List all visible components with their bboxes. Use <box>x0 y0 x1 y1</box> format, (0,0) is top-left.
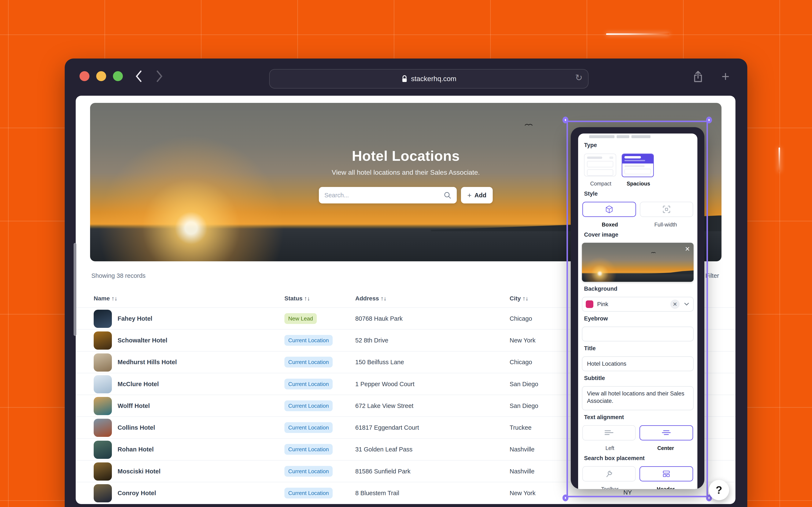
hotel-name: Mosciski Hotel <box>117 468 160 475</box>
type-option-spacious[interactable] <box>622 154 654 177</box>
column-header-status[interactable]: Status↑↓ <box>285 295 303 302</box>
reload-icon[interactable]: ↻ <box>575 72 582 83</box>
hotel-city: Nashville <box>510 468 535 475</box>
text-alignment-section-label: Text alignment <box>584 414 694 420</box>
status-cell: Current Location <box>285 422 333 433</box>
status-badge: Current Location <box>285 488 333 499</box>
hotel-thumbnail <box>94 441 112 459</box>
remove-cover-icon[interactable]: × <box>685 244 690 253</box>
column-header-address[interactable]: Address↑↓ <box>355 295 379 302</box>
hotel-thumbnail <box>94 375 112 393</box>
status-cell: Current Location <box>285 400 333 411</box>
back-icon[interactable] <box>132 69 146 83</box>
alignment-option-center[interactable] <box>640 425 693 441</box>
column-header-name[interactable]: Name↑↓ <box>94 295 110 302</box>
eyebrow-input[interactable] <box>582 327 694 341</box>
style-option-label-fullwidth[interactable]: Full-width <box>638 222 694 228</box>
hotel-address: 672 Lake View Street <box>355 402 413 409</box>
zoom-window-button[interactable] <box>113 71 123 81</box>
hotel-city: Truckee <box>510 424 531 431</box>
decorative-streak-vertical <box>778 148 780 172</box>
clear-background-icon[interactable]: ✕ <box>670 299 679 309</box>
type-option-label-compact[interactable]: Compact <box>582 181 620 187</box>
vertical-scrollbar[interactable] <box>73 243 77 336</box>
placement-option-label-header[interactable]: Header <box>638 486 694 489</box>
window-controls <box>80 71 123 81</box>
sort-icon: ↑↓ <box>111 295 117 302</box>
type-section-label: Type <box>584 142 694 149</box>
background-select[interactable]: Pink ✕ <box>582 297 694 312</box>
type-option-compact[interactable] <box>584 154 616 176</box>
widget-settings-panel: Type Compact Spacious Style <box>571 127 704 489</box>
status-cell: Current Location <box>285 488 333 499</box>
add-record-button[interactable]: + Add <box>461 187 493 204</box>
hotel-address: 150 Beilfuss Lane <box>355 359 404 366</box>
placement-option-label-toolbar[interactable]: Toolbar <box>582 486 638 489</box>
hotel-city: Chicago <box>510 315 532 322</box>
alignment-option-left[interactable] <box>582 425 636 441</box>
add-button-label: Add <box>474 192 486 199</box>
status-badge: Current Location <box>285 357 333 368</box>
background-section-label: Background <box>584 286 694 292</box>
hotel-thumbnail <box>94 397 112 415</box>
search-input[interactable]: Search... <box>319 187 457 204</box>
column-header-city[interactable]: City↑↓ <box>510 295 521 302</box>
clipped-scrolled-content <box>589 135 692 138</box>
minimize-window-button[interactable] <box>96 71 106 81</box>
hotel-address: 8 Bluestem Trail <box>355 490 399 497</box>
status-badge: Current Location <box>285 466 333 476</box>
hotel-name: Conroy Hotel <box>117 490 156 497</box>
status-badge: Current Location <box>285 379 333 389</box>
hotel-thumbnail <box>94 331 112 350</box>
align-center-icon <box>661 430 671 436</box>
hotel-address: 52 8th Drive <box>355 337 388 344</box>
status-badge: Current Location <box>285 422 333 433</box>
filter-button[interactable]: Filter <box>705 272 719 279</box>
subtitle-section-label: Subtitle <box>584 375 694 382</box>
type-option-label-spacious[interactable]: Spacious <box>620 181 657 187</box>
address-bar[interactable]: stackerhq.com ↻ <box>269 69 589 89</box>
hotel-address: 80768 Hauk Park <box>355 315 403 322</box>
title-input[interactable]: Hotel Locations <box>582 356 694 371</box>
status-badge: Current Location <box>285 400 333 411</box>
hotel-address: 61817 Eggendart Court <box>355 424 419 431</box>
hotel-name: Fahey Hotel <box>117 315 152 322</box>
hotel-city: Nashville <box>510 446 535 453</box>
share-icon[interactable] <box>691 69 705 84</box>
status-cell: Current Location <box>285 357 333 368</box>
chevron-down-icon <box>683 302 690 306</box>
placement-option-toolbar[interactable] <box>582 466 636 482</box>
status-cell: Current Location <box>285 335 333 346</box>
hotel-thumbnail <box>94 353 112 372</box>
pink-color-swatch <box>586 300 593 308</box>
style-option-label-boxed[interactable]: Boxed <box>582 222 638 228</box>
cover-image-thumbnail <box>582 243 694 282</box>
sort-icon: ↑↓ <box>522 295 528 302</box>
placement-option-header[interactable] <box>640 466 693 482</box>
status-cell: Current Location <box>285 466 333 476</box>
status-cell: New Lead <box>285 313 317 324</box>
hotel-thumbnail <box>94 419 112 437</box>
forward-icon[interactable] <box>153 69 166 83</box>
hotel-address: 1 Pepper Wood Court <box>355 381 414 387</box>
fullwidth-icon <box>662 205 671 214</box>
cube-icon <box>605 205 613 214</box>
alignment-option-label-left[interactable]: Left <box>582 445 638 451</box>
style-option-fullwidth[interactable] <box>640 202 693 217</box>
subtitle-textarea[interactable]: View all hotel locations and their Sales… <box>582 386 694 410</box>
hotel-thumbnail <box>94 484 112 502</box>
help-button[interactable]: ? <box>709 480 729 500</box>
plus-icon: + <box>467 191 471 200</box>
search-placement-section-label: Search box placement <box>584 455 694 462</box>
hotel-thumbnail <box>94 310 112 328</box>
background-value: Pink <box>597 301 666 307</box>
close-window-button[interactable] <box>80 71 90 81</box>
cover-image-preview[interactable]: × <box>582 243 694 282</box>
style-option-boxed[interactable] <box>582 202 636 217</box>
decorative-streak-horizontal <box>606 34 669 35</box>
alignment-option-label-center[interactable]: Center <box>638 445 694 451</box>
header-layout-icon <box>662 469 670 478</box>
hotel-city: San Diego <box>510 402 538 409</box>
hotel-thumbnail <box>94 462 112 481</box>
new-tab-icon[interactable]: + <box>718 69 733 84</box>
